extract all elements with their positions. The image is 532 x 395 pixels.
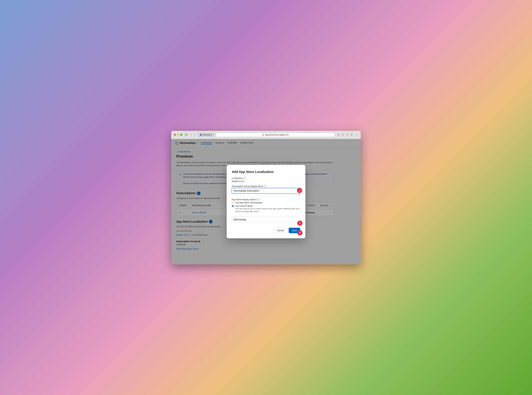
modal-title: Add App Store Localization — [232, 170, 300, 174]
app-name-options-field: App Name Display Options ? Use App Name … — [232, 198, 300, 213]
radio-use-app-name[interactable]: Use App Name MyGreatApp — [232, 201, 300, 204]
close-button[interactable] — [174, 134, 176, 136]
profile-icon: 👤 — [200, 134, 202, 136]
radio-use-custom-name-input[interactable] — [232, 205, 234, 207]
modal: Add App Store Localization Localization … — [227, 165, 305, 238]
step-3-badge: 3 — [297, 230, 303, 236]
title-bar: ‹ › 👤 Personal ∨ 🔒 appstoreconnect.apple… — [171, 131, 361, 139]
radio-use-custom-name[interactable]: Use Custom Name You may want to use a cu… — [232, 205, 300, 213]
modal-footer: Cancel Save 3 — [232, 228, 300, 233]
radio-group: Use App Name MyGreatApp Use Custom Name … — [232, 201, 300, 213]
group-display-name-field: Subscription Group Display Name ? 52 1 — [232, 185, 300, 196]
step-2-badge: 2 — [297, 221, 303, 226]
app-content: MyGreatApp ∨ Distribution Services TestF… — [171, 139, 361, 264]
custom-name-desc: You may want to use a custom name if you… — [235, 208, 300, 213]
lock-icon: 🔒 — [262, 134, 264, 136]
radio-use-app-name-input[interactable] — [232, 202, 234, 204]
localization-help-icon[interactable]: ? — [244, 177, 246, 179]
sidebar-toggle[interactable] — [185, 134, 188, 136]
localization-field: Localization ? English (U.S.) — [232, 177, 300, 182]
app-name-options-help-icon[interactable]: ? — [258, 198, 260, 201]
cancel-button[interactable]: Cancel — [274, 228, 287, 233]
screen-share-icon[interactable]: ⊡ — [337, 133, 340, 137]
nav-buttons: ‹ › — [190, 133, 196, 137]
profile-pill[interactable]: 👤 Personal ∨ — [198, 133, 214, 137]
custom-name-field: 20 2 — [232, 215, 300, 225]
back-button[interactable]: ‹ — [190, 133, 192, 137]
new-tab-icon[interactable]: ＋ — [355, 133, 358, 137]
group-display-name-help-icon[interactable]: ? — [264, 185, 266, 187]
maximize-button[interactable] — [180, 134, 182, 136]
extensions-icon[interactable]: ⬡ — [346, 133, 349, 137]
browser-actions: ⊡ ↺ ⬡ ⬆ ＋ — [337, 133, 358, 137]
refresh-icon[interactable]: ↺ — [341, 133, 344, 137]
localization-value: English (U.S.) — [232, 180, 300, 182]
group-display-name-input[interactable] — [232, 188, 300, 193]
url-text: appstoreconnect.apple.com — [265, 134, 289, 136]
traffic-lights — [174, 134, 182, 136]
share-icon[interactable]: ⬆ — [350, 133, 353, 137]
step-1-badge: 1 — [297, 188, 302, 193]
profile-label: Personal — [203, 134, 210, 136]
custom-name-char-count: 20 — [232, 223, 300, 225]
custom-name-input[interactable] — [232, 217, 300, 222]
modal-overlay: Add App Store Localization Localization … — [171, 139, 361, 264]
group-display-name-label: Subscription Group Display Name ? — [232, 185, 300, 187]
minimize-button[interactable] — [177, 134, 179, 136]
localization-label: Localization ? — [232, 177, 300, 179]
address-bar[interactable]: 🔒 appstoreconnect.apple.com — [216, 133, 335, 137]
app-name-options-label: App Name Display Options ? — [232, 198, 300, 201]
browser-window: ‹ › 👤 Personal ∨ 🔒 appstoreconnect.apple… — [171, 131, 361, 264]
group-display-name-char-count: 52 — [232, 194, 300, 196]
forward-button[interactable]: › — [193, 133, 196, 137]
profile-chevron-icon: ∨ — [211, 134, 212, 136]
